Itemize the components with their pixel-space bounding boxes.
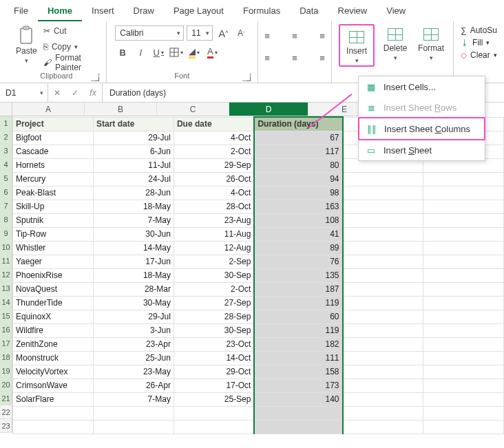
cell[interactable]: Sputnik xyxy=(13,213,94,227)
row-header-1[interactable]: 1 xyxy=(0,116,12,130)
row-header-12[interactable]: 12 xyxy=(0,268,12,281)
insert-cells-menuitem[interactable]: ▦ Insert Cells... xyxy=(359,76,485,97)
cell[interactable]: 173 xyxy=(254,378,342,392)
cell[interactable]: 67 xyxy=(254,131,342,145)
cell[interactable] xyxy=(423,378,503,392)
row-header-23[interactable]: 23 xyxy=(0,419,12,433)
table-row[interactable]: SolarFlare7-May25-Sep140 xyxy=(13,392,504,406)
cell[interactable] xyxy=(423,406,503,420)
cell[interactable]: 17-Jun xyxy=(93,255,174,268)
cell[interactable]: Bigfoot xyxy=(13,131,94,145)
cell[interactable]: 163 xyxy=(254,200,342,213)
cell[interactable] xyxy=(423,296,503,310)
increase-font-icon[interactable]: A^ xyxy=(216,25,231,41)
cell[interactable]: 17-Oct xyxy=(174,378,254,392)
cell[interactable]: 111 xyxy=(254,351,342,365)
row-header-5[interactable]: 5 xyxy=(0,171,12,185)
cell[interactable] xyxy=(93,420,174,434)
align-right-icon[interactable]: ≡ xyxy=(315,50,330,65)
cell[interactable] xyxy=(343,282,423,296)
format-painter-button[interactable]: 🖌Format Painter xyxy=(43,56,99,70)
cell[interactable]: CrimsonWave xyxy=(13,378,94,392)
row-header-10[interactable]: 10 xyxy=(0,240,12,254)
cell[interactable]: PhoenixRise xyxy=(13,268,94,282)
cell[interactable] xyxy=(343,241,423,255)
cell[interactable]: 23-Aug xyxy=(174,213,254,227)
cell[interactable]: 23-May xyxy=(93,365,174,378)
col-header-C[interactable]: C xyxy=(157,103,229,116)
select-all-corner[interactable] xyxy=(0,103,12,116)
cell[interactable] xyxy=(423,351,503,365)
cell[interactable] xyxy=(423,337,503,351)
cell[interactable]: 30-May xyxy=(93,296,174,310)
cell[interactable]: 6-Jun xyxy=(93,145,174,158)
cell[interactable] xyxy=(254,420,342,434)
cell[interactable] xyxy=(343,268,423,282)
cell[interactable] xyxy=(423,323,503,337)
cell[interactable]: Yaeger xyxy=(13,255,94,268)
decrease-font-icon[interactable]: Aˇ xyxy=(233,25,249,41)
cell[interactable]: 3-Jun xyxy=(93,323,174,337)
cell[interactable] xyxy=(343,420,423,434)
cell[interactable] xyxy=(343,213,423,227)
cell[interactable] xyxy=(343,406,423,420)
table-row[interactable]: EquinoxX29-Jul28-Sep60 xyxy=(13,310,504,323)
table-row[interactable]: PhoenixRise18-May30-Sep135 xyxy=(13,268,504,282)
cell[interactable] xyxy=(423,172,503,186)
cell[interactable]: Moonstruck xyxy=(13,351,94,365)
bold-button[interactable]: B xyxy=(115,45,130,60)
cell[interactable] xyxy=(423,365,503,378)
align-top-icon[interactable]: ≡ xyxy=(260,28,275,43)
cell[interactable]: 117 xyxy=(254,145,342,158)
cell[interactable]: 29-Jul xyxy=(93,310,174,323)
cell[interactable]: 30-Jun xyxy=(93,227,174,241)
font-color-button[interactable]: A xyxy=(204,45,220,60)
cell[interactable]: Hornets xyxy=(13,158,94,172)
cell[interactable]: 14-Oct xyxy=(174,351,254,365)
align-middle-icon[interactable]: ≡ xyxy=(287,28,302,43)
cell[interactable]: 4-Oct xyxy=(174,131,254,145)
cell[interactable]: 26-Apr xyxy=(93,378,174,392)
cell[interactable]: Tip-Row xyxy=(13,227,94,241)
cell[interactable]: 182 xyxy=(254,337,342,351)
menu-page-layout[interactable]: Page Layout xyxy=(164,1,233,21)
cell[interactable]: 60 xyxy=(254,310,342,323)
fill-button[interactable]: ⭳Fill▾ xyxy=(461,38,497,47)
cell[interactable] xyxy=(343,172,423,186)
table-row[interactable]: Sputnik7-May23-Aug108 xyxy=(13,213,504,227)
autosum-button[interactable]: ∑AutoSu xyxy=(461,25,497,35)
cell[interactable]: 18-May xyxy=(93,200,174,213)
cell[interactable]: 94 xyxy=(254,172,342,186)
cell[interactable]: 23-Oct xyxy=(174,337,254,351)
cell[interactable]: 28-Mar xyxy=(93,282,174,296)
table-row[interactable]: VelocityVortex23-May29-Oct158 xyxy=(13,365,504,378)
cell[interactable] xyxy=(423,227,503,241)
cell[interactable]: 89 xyxy=(254,241,342,255)
cell[interactable]: 12-Aug xyxy=(174,241,254,255)
col-header-B[interactable]: B xyxy=(85,103,157,116)
cell[interactable] xyxy=(13,406,94,420)
format-button[interactable]: Format ▾ xyxy=(416,24,446,61)
align-center-icon[interactable]: ≡ xyxy=(287,50,302,65)
cell[interactable]: 80 xyxy=(254,158,342,172)
row-header-16[interactable]: 16 xyxy=(0,323,12,337)
cell[interactable] xyxy=(343,296,423,310)
fx-icon[interactable]: fx xyxy=(84,88,102,98)
row-header-19[interactable]: 19 xyxy=(0,364,12,378)
cell[interactable]: ZenithZone xyxy=(13,337,94,351)
cell[interactable] xyxy=(423,200,503,213)
row-header-6[interactable]: 6 xyxy=(0,185,12,199)
cell[interactable] xyxy=(254,406,342,420)
cell[interactable]: 2-Oct xyxy=(174,145,254,158)
row-header-14[interactable]: 14 xyxy=(0,295,12,309)
row-header-17[interactable]: 17 xyxy=(0,337,12,350)
table-row[interactable] xyxy=(13,406,504,420)
cell[interactable]: Start date xyxy=(93,117,174,131)
font-launcher-icon[interactable] xyxy=(242,73,251,81)
cell[interactable]: 24-Jul xyxy=(93,172,174,186)
cell[interactable]: 25-Jun xyxy=(93,351,174,365)
cell[interactable]: 7-May xyxy=(93,392,174,406)
cell[interactable]: 187 xyxy=(254,282,342,296)
insert-sheet-columns-menuitem[interactable]: ∥∥ Insert Sheet Columns xyxy=(358,117,485,140)
cell[interactable]: 14-May xyxy=(93,241,174,255)
